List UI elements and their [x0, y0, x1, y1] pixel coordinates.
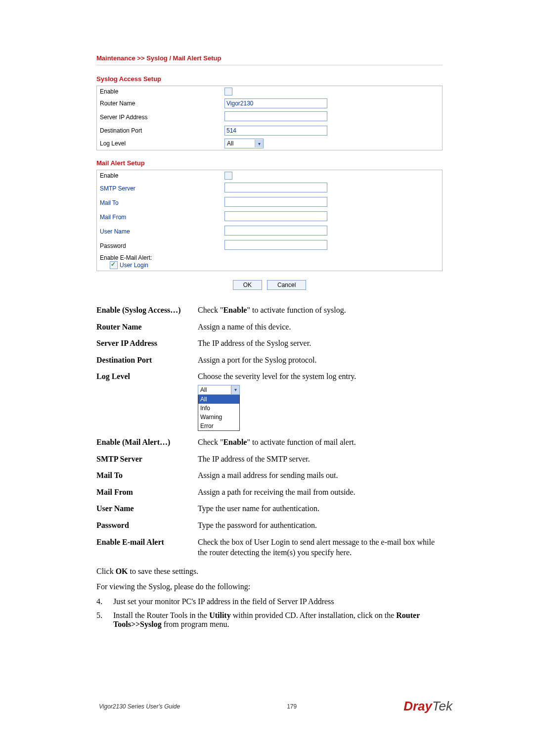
breadcrumb: Maintenance >> Syslog / Mail Alert Setup [96, 54, 443, 62]
def-text: Assign a mail address for sending mails … [198, 467, 443, 484]
router-name-input[interactable]: Vigor2130 [224, 98, 327, 108]
dropdown-selected: All [198, 385, 231, 395]
def-text: Type the user name for authentication. [198, 500, 443, 517]
def-text: The IP address of the Syslog server. [198, 335, 443, 352]
log-level-label: Log Level [97, 137, 222, 150]
def-text: Assign a path for receiving the mail fro… [198, 484, 443, 501]
def-term: SMTP Server [96, 451, 198, 468]
def-term: Password [96, 517, 198, 534]
def-text: Choose the severity level for the system… [198, 368, 443, 434]
page-footer: Vigor2130 Series User's Guide 179 DrayTe… [99, 699, 452, 714]
dest-port-input[interactable]: 514 [224, 126, 327, 136]
def-text: Check the box of User Login to send aler… [198, 534, 443, 561]
mail-enable-checkbox[interactable] [224, 172, 232, 180]
def-term: Enable (Syslog Access…) [96, 302, 198, 319]
ok-button[interactable]: OK [233, 280, 262, 290]
step-number: 4. [96, 597, 105, 606]
def-text: Type the password for authentication. [198, 517, 443, 534]
def-term: Mail To [96, 467, 198, 484]
enable-label: Enable [97, 86, 222, 97]
def-term: Enable (Mail Alert…) [96, 434, 198, 451]
def-term: Router Name [96, 319, 198, 335]
mail-section-title: Mail Alert Setup [96, 159, 443, 167]
email-alert-label: Enable E-Mail Alert: [100, 254, 439, 261]
step-text: Install the Router Tools in the Utility … [113, 611, 443, 629]
footer-guide: Vigor2130 Series User's Guide [99, 703, 180, 710]
def-term: User Name [96, 500, 198, 517]
def-text: Assign a name of this device. [198, 319, 443, 335]
dropdown-option: All [198, 395, 239, 404]
def-term: Destination Port [96, 352, 198, 369]
mailto-input[interactable] [224, 197, 327, 207]
chevron-down-icon: ▾ [231, 385, 240, 395]
syslog-enable-checkbox[interactable] [224, 88, 232, 95]
username-label: User Name [97, 224, 222, 238]
dropdown-option: Warning [198, 413, 239, 422]
mail-enable-label: Enable [97, 170, 222, 182]
log-level-dropdown-example: All ▾ All Info Warning Error [198, 385, 240, 431]
click-ok-text: Click OK to save these settings. [96, 566, 443, 577]
def-text: Assign a port for the Syslog protocol. [198, 352, 443, 369]
mailto-label: Mail To [97, 195, 222, 210]
mailfrom-label: Mail From [97, 210, 222, 224]
log-level-value: All [225, 140, 255, 147]
password-input[interactable] [224, 240, 327, 250]
step-text: Just set your monitor PC's IP address in… [113, 597, 334, 606]
descriptions-table: Enable (Syslog Access…) Check "Enable" t… [96, 302, 443, 561]
button-row: OK Cancel [96, 280, 443, 290]
def-term: Enable E-mail Alert [96, 534, 198, 561]
mail-table: Enable SMTP Server Mail To Mail From Use… [96, 170, 443, 271]
server-ip-input[interactable] [224, 111, 327, 121]
password-label: Password [97, 238, 222, 253]
def-term: Mail From [96, 484, 198, 501]
username-input[interactable] [224, 226, 327, 236]
view-syslog-text: For viewing the Syslog, please do the fo… [96, 581, 443, 592]
dest-port-label: Destination Port [97, 124, 222, 137]
draytek-logo: DrayTek [403, 699, 452, 714]
def-term: Log Level [96, 368, 198, 434]
user-login-label: User Login [120, 262, 148, 269]
def-text: Check "Enable" to activate function of s… [198, 302, 443, 319]
divider [96, 65, 443, 65]
smtp-input[interactable] [224, 183, 327, 192]
dropdown-option: Info [198, 404, 239, 413]
router-name-label: Router Name [97, 97, 222, 110]
dropdown-option: Error [198, 422, 239, 430]
def-term: Server IP Address [96, 335, 198, 352]
footer-page-number: 179 [287, 703, 297, 710]
user-login-checkbox[interactable] [110, 261, 118, 269]
mailfrom-input[interactable] [224, 211, 327, 221]
log-level-select[interactable]: All ▾ [224, 139, 264, 148]
smtp-label: SMTP Server [97, 181, 222, 195]
server-ip-label: Server IP Address [97, 110, 222, 124]
def-text: Check "Enable" to activate function of m… [198, 434, 443, 451]
step-number: 5. [96, 611, 105, 629]
steps-list: 4. Just set your monitor PC's IP address… [96, 597, 443, 629]
syslog-table: Enable Router Name Vigor2130 Server IP A… [96, 86, 443, 150]
cancel-button[interactable]: Cancel [267, 280, 306, 290]
def-text: The IP address of the SMTP server. [198, 451, 443, 468]
chevron-down-icon: ▾ [255, 140, 263, 147]
syslog-section-title: Syslog Access Setup [96, 75, 443, 83]
